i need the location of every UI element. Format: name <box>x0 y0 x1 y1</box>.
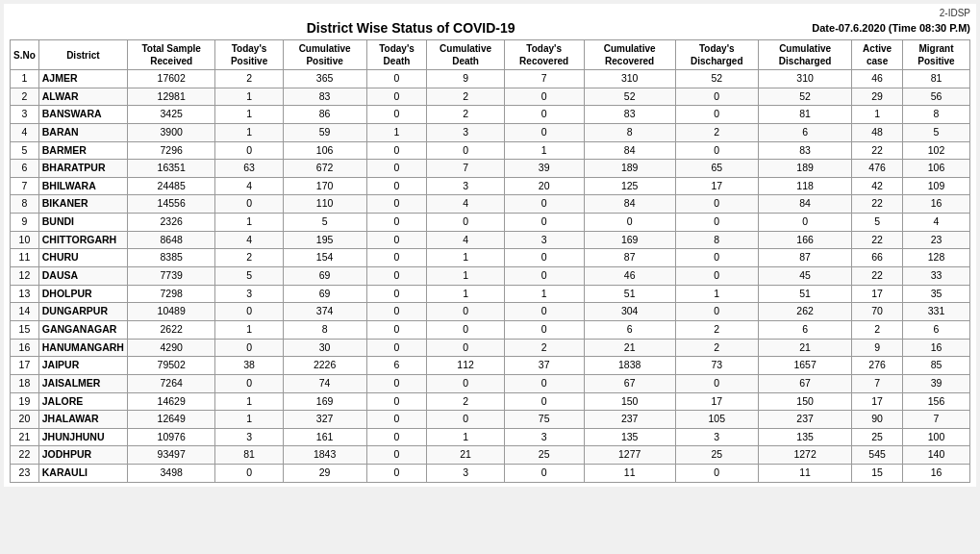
cell-r8-c1: BUNDI <box>38 214 127 232</box>
cell-r18-c4: 169 <box>283 392 366 411</box>
cell-r2-c10: 81 <box>758 106 851 124</box>
cell-r19-c6: 0 <box>427 411 504 429</box>
cell-r1-c9: 0 <box>675 88 758 106</box>
cell-r19-c0: 20 <box>11 411 39 429</box>
col-header-4: Cumulative Positive <box>283 40 366 70</box>
cell-r5-c8: 189 <box>584 160 675 178</box>
cell-r21-c5: 0 <box>366 446 427 465</box>
cell-r8-c8: 0 <box>584 214 675 232</box>
cell-r15-c7: 2 <box>504 339 584 357</box>
cell-r10-c8: 87 <box>584 249 675 267</box>
cell-r15-c4: 30 <box>283 339 366 357</box>
cell-r5-c5: 0 <box>366 160 427 178</box>
cell-r8-c3: 1 <box>215 214 283 232</box>
cell-r2-c11: 1 <box>852 106 903 124</box>
cell-r20-c1: JHUNJHUNU <box>38 428 127 446</box>
cell-r18-c9: 17 <box>675 392 758 411</box>
cell-r21-c8: 1277 <box>584 446 675 465</box>
cell-r15-c11: 9 <box>852 339 903 357</box>
cell-r9-c1: CHITTORGARH <box>38 231 127 249</box>
col-header-8: Cumulative Recovered <box>584 40 675 70</box>
cell-r3-c8: 8 <box>584 123 675 141</box>
cell-r10-c5: 0 <box>366 249 427 267</box>
cell-r16-c6: 112 <box>427 357 504 375</box>
cell-r1-c10: 52 <box>758 88 851 106</box>
table-row: 14DUNGARPUR104890374000304026270331 <box>11 303 970 321</box>
table-row: 18JAISALMER726407400067067739 <box>11 374 970 392</box>
cell-r21-c11: 545 <box>852 446 903 465</box>
cell-r14-c7: 0 <box>504 320 584 339</box>
table-row: 19JALORE1462911690201501715017156 <box>11 392 970 411</box>
cell-r16-c8: 1838 <box>584 357 675 375</box>
cell-r11-c0: 12 <box>11 267 39 286</box>
col-header-2: Total Sample Received <box>127 40 214 70</box>
cell-r6-c10: 118 <box>758 177 851 195</box>
cell-r22-c0: 23 <box>11 465 39 483</box>
cell-r20-c12: 100 <box>903 428 970 446</box>
cell-r11-c5: 0 <box>366 267 427 286</box>
cell-r20-c6: 1 <box>427 428 504 446</box>
cell-r22-c1: KARAULI <box>38 465 127 483</box>
cell-r10-c7: 0 <box>504 249 584 267</box>
cell-r9-c6: 4 <box>427 231 504 249</box>
cell-r3-c1: BARAN <box>38 123 127 141</box>
cell-r1-c4: 83 <box>283 88 366 106</box>
cell-r22-c4: 29 <box>283 465 366 483</box>
col-header-12: Migrant Positive <box>903 40 970 70</box>
cell-r0-c3: 2 <box>215 70 283 88</box>
cell-r1-c7: 0 <box>504 88 584 106</box>
col-header-9: Today's Discharged <box>675 40 758 70</box>
table-row: 22JODHPUR9349781184302125127725127254514… <box>11 446 970 465</box>
cell-r11-c7: 0 <box>504 267 584 286</box>
cell-r16-c7: 37 <box>504 357 584 375</box>
cell-r0-c8: 310 <box>584 70 675 88</box>
cell-r12-c8: 51 <box>584 285 675 303</box>
cell-r14-c0: 15 <box>11 320 39 339</box>
cell-r12-c7: 1 <box>504 285 584 303</box>
cell-r18-c2: 14629 <box>127 392 214 411</box>
cell-r19-c9: 105 <box>675 411 758 429</box>
cell-r8-c2: 2326 <box>127 214 214 232</box>
cell-r21-c6: 21 <box>427 446 504 465</box>
cell-r12-c4: 69 <box>283 285 366 303</box>
cell-r12-c12: 35 <box>903 285 970 303</box>
cell-r14-c2: 2622 <box>127 320 214 339</box>
cell-r9-c11: 22 <box>852 231 903 249</box>
cell-r4-c3: 0 <box>215 141 283 160</box>
cell-r4-c1: BARMER <box>38 141 127 160</box>
cell-r2-c2: 3425 <box>127 106 214 124</box>
table-row: 3BANSWARA34251860208308118 <box>11 106 970 124</box>
cell-r7-c2: 14556 <box>127 195 214 214</box>
cell-r19-c12: 7 <box>903 411 970 429</box>
col-header-1: District <box>38 40 127 70</box>
table-row: 11CHURU838521540108708766128 <box>11 249 970 267</box>
cell-r7-c8: 84 <box>584 195 675 214</box>
cell-r17-c4: 74 <box>283 374 366 392</box>
cell-r4-c0: 5 <box>11 141 39 160</box>
cell-r12-c11: 17 <box>852 285 903 303</box>
cell-r8-c10: 0 <box>758 214 851 232</box>
cell-r15-c10: 21 <box>758 339 851 357</box>
cell-r15-c0: 16 <box>11 339 39 357</box>
cell-r22-c2: 3498 <box>127 465 214 483</box>
cell-r15-c9: 2 <box>675 339 758 357</box>
cell-r15-c5: 0 <box>366 339 427 357</box>
cell-r22-c7: 0 <box>504 465 584 483</box>
cell-r8-c12: 4 <box>903 214 970 232</box>
cell-r20-c3: 3 <box>215 428 283 446</box>
cell-r1-c0: 2 <box>11 88 39 106</box>
main-container: 2-IDSP District Wise Status of COVID-19 … <box>4 4 976 487</box>
cell-r17-c2: 7264 <box>127 374 214 392</box>
cell-r14-c11: 2 <box>852 320 903 339</box>
cell-r18-c12: 156 <box>903 392 970 411</box>
badge-label: 2-IDSP <box>10 8 970 18</box>
cell-r16-c3: 38 <box>215 357 283 375</box>
col-header-5: Today's Death <box>366 40 427 70</box>
cell-r2-c7: 0 <box>504 106 584 124</box>
cell-r12-c6: 1 <box>427 285 504 303</box>
cell-r22-c3: 0 <box>215 465 283 483</box>
cell-r12-c1: DHOLPUR <box>38 285 127 303</box>
table-row: 8BIKANER145560110040840842216 <box>11 195 970 214</box>
cell-r19-c5: 0 <box>366 411 427 429</box>
cell-r14-c4: 8 <box>283 320 366 339</box>
